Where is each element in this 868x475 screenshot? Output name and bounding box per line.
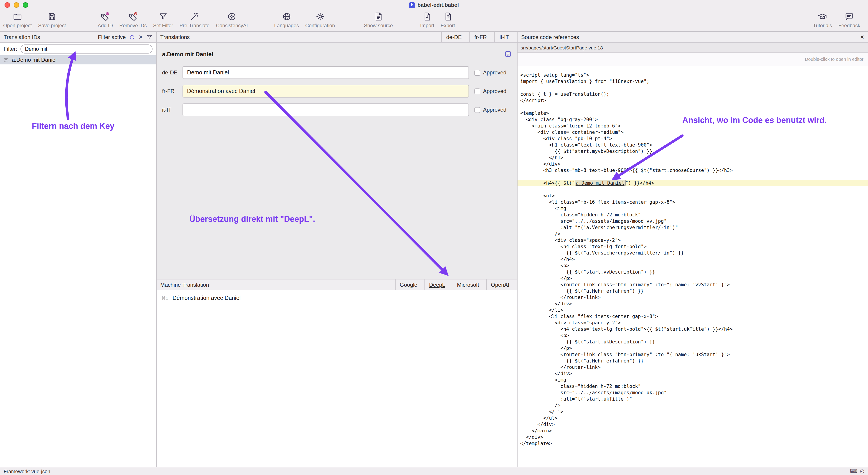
code-line: <router-link class="btn-primary" :to="{ … <box>520 281 868 287</box>
machine-translation-header: Machine Translation Google DeepL Microso… <box>157 279 517 291</box>
toolbar-label: Pre-Translate <box>180 23 210 28</box>
code-line: <img <box>520 205 868 211</box>
toolbar-import[interactable]: Import <box>417 11 437 29</box>
sparkle-icon <box>227 12 237 21</box>
close-panel-icon[interactable]: ✕ <box>860 34 864 40</box>
jump-de-DE-button[interactable]: de-DE <box>441 32 466 42</box>
toolbar-label: Languages <box>274 23 299 28</box>
wand-icon <box>190 12 199 21</box>
code-line <box>520 173 868 180</box>
toolbar-save-project[interactable]: Save project <box>35 11 69 29</box>
provider-google-button[interactable]: Google <box>395 279 421 290</box>
target-icon[interactable]: ◎ <box>860 469 864 474</box>
jump-it-IT-button[interactable]: it-IT <box>495 32 514 42</box>
code-line: {{ $t("a.Mehr erfahren") }} <box>520 287 868 294</box>
code-line: <p> <box>520 262 868 269</box>
save-icon <box>47 12 57 21</box>
close-window-button[interactable] <box>4 2 10 8</box>
framework-label: Framework: vue-json <box>4 468 50 474</box>
toolbar-label: Feedback <box>838 23 860 28</box>
code-line: <script setup lang="ts"> <box>520 72 868 78</box>
provider-deepl-button[interactable]: DeepL <box>425 279 449 290</box>
code-line: <h4>{{ $t("a.Demo mit Daniel") }}</h4> <box>518 180 868 186</box>
toolbar-consistency-ai[interactable]: ConsistencyAI <box>213 11 251 29</box>
filter-row: Filter: <box>0 43 156 55</box>
traffic-lights <box>4 2 28 8</box>
code-line: <h1 class="text-left text-blue-900"> <box>520 141 868 148</box>
speech-bubble-icon <box>845 12 854 21</box>
annotation-deepl-note: Übersetzung direkt mit "DeepL". <box>189 214 315 224</box>
toolbar-label: Tutorials <box>813 23 832 28</box>
translation-ids-panel: Translation IDs Filter active ✕ Filter: … <box>0 32 157 467</box>
code-line: <div class="container-medium"> <box>520 129 868 135</box>
code-line <box>520 103 868 110</box>
toolbar-label: Save project <box>38 23 66 28</box>
translation-row-it-IT: it-IT Approved <box>162 103 512 116</box>
filter-icon[interactable] <box>146 34 153 40</box>
translation-input-de-DE[interactable] <box>183 66 469 79</box>
code-line: {{ $t("a.Versicherungsvermittler/-in") }… <box>520 249 868 256</box>
approved-label: Approved <box>483 107 506 113</box>
toolbar-label: Remove IDs <box>119 23 147 28</box>
toolbar-remove-ids[interactable]: Remove IDs <box>116 11 150 29</box>
highlighted-translation-key[interactable]: a.Demo mit Daniel <box>575 180 625 186</box>
code-line: /> <box>520 402 868 408</box>
import-icon <box>423 12 432 21</box>
toolbar-add-id[interactable]: Add ID <box>94 11 116 29</box>
code-line: <h4 class="text-lg font-bold">{{ $t("sta… <box>520 326 868 332</box>
toolbar-tutorials[interactable]: Tutorials <box>810 11 835 29</box>
toolbar-label: Set Filter <box>153 23 173 28</box>
toolbar-pre-translate[interactable]: Pre-Translate <box>176 11 213 29</box>
code-line: </main> <box>520 427 868 434</box>
toolbar-open-project[interactable]: Open project <box>0 11 35 29</box>
clear-filter-icon[interactable]: ✕ <box>138 34 143 40</box>
provider-microsoft-button[interactable]: Microsoft <box>453 279 483 290</box>
translation-input-it-IT[interactable] <box>183 103 469 116</box>
source-references-header: Source code references ✕ <box>518 32 868 43</box>
code-line: </ul> <box>520 415 868 421</box>
code-line: <router-link class="btn-primary" :to="{ … <box>520 351 868 358</box>
code-line: :alt="t('a.Versicherungsvermittler/-in')… <box>520 224 868 231</box>
code-line: </h1> <box>520 154 868 161</box>
approved-checkbox-de-DE[interactable] <box>474 70 480 75</box>
minimize-window-button[interactable] <box>13 2 19 8</box>
toolbar-feedback[interactable]: Feedback <box>835 11 864 29</box>
provider-openai-button[interactable]: OpenAI <box>487 279 514 290</box>
toolbar-languages[interactable]: Languages <box>271 11 302 29</box>
mt-suggestion-row[interactable]: ⌘1 Démonstration avec Daniel <box>157 294 517 302</box>
toolbar-set-filter[interactable]: Set Filter <box>150 11 176 29</box>
jump-fr-FR-button[interactable]: fr-FR <box>469 32 491 42</box>
toolbar-label: Export <box>441 23 455 28</box>
code-line: </li> <box>520 307 868 313</box>
translation-id-item[interactable]: a.Demo mit Daniel <box>0 55 156 64</box>
code-line: </router-link> <box>520 294 868 300</box>
comment-icon[interactable] <box>504 50 512 58</box>
folder-icon <box>13 12 22 21</box>
export-icon <box>443 12 453 21</box>
code-line: src="../../assets/images/mood_uk.jpg" <box>520 389 868 396</box>
toolbar: Open project Save project Add ID Remove … <box>0 10 868 32</box>
code-line: <li class="flex items-center gap-x-8"> <box>520 313 868 319</box>
globe-icon <box>282 12 291 21</box>
keyboard-icon[interactable]: ⌨ <box>850 469 857 474</box>
code-line: </div> <box>520 421 868 427</box>
zoom-window-button[interactable] <box>23 2 28 8</box>
panel-title: Source code references <box>521 34 579 40</box>
code-line: {{ $t("start.ukDescription") }} <box>520 338 868 345</box>
approved-checkbox-fr-FR[interactable] <box>474 88 480 94</box>
panel-title: Machine Translation <box>160 281 209 288</box>
filter-input[interactable] <box>21 44 153 54</box>
panel-title: Translations <box>160 34 190 40</box>
code-line <box>520 186 868 192</box>
source-file-tab[interactable]: src/pages/start/GuestStartPage.vue:18 <box>521 45 603 50</box>
approved-checkbox-it-IT[interactable] <box>474 107 480 113</box>
source-references-panel: Source code references ✕ src/pages/start… <box>517 32 868 467</box>
translation-input-fr-FR[interactable] <box>183 85 469 98</box>
code-line: const { t } = useTranslation(); <box>520 91 868 97</box>
code-line: <div class="pb-10 pt-4"> <box>520 135 868 141</box>
code-line: </div> <box>520 300 868 307</box>
toolbar-export[interactable]: Export <box>437 11 458 29</box>
refresh-filter-icon[interactable] <box>129 34 135 40</box>
toolbar-configuration[interactable]: Configuration <box>302 11 338 29</box>
toolbar-show-source[interactable]: Show source <box>361 11 396 29</box>
